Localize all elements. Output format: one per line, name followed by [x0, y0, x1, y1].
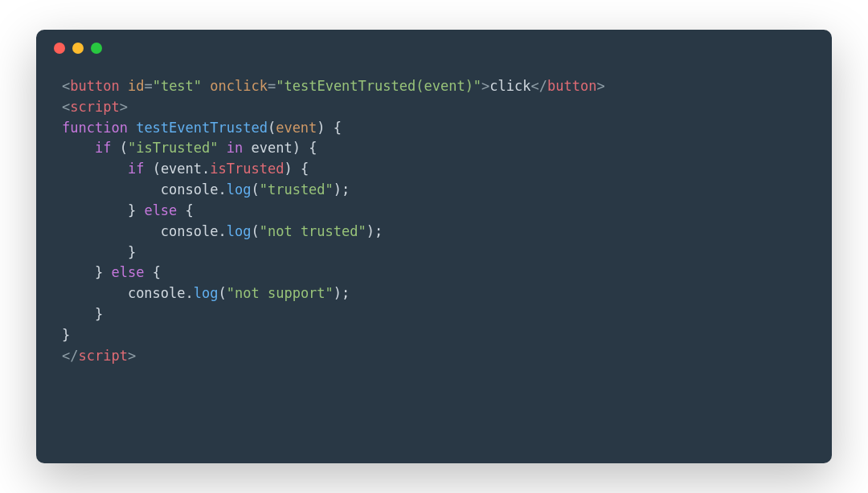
window-titlebar — [36, 30, 832, 67]
code-line-3: function testEventTrusted(event) { — [62, 120, 342, 136]
code-line-6: console.log("trusted"); — [62, 181, 350, 198]
code-line-1: <button id="test" onclick="testEventTrus… — [62, 78, 605, 94]
code-line-5: if (event.isTrusted) { — [62, 161, 309, 177]
code-content[interactable]: <button id="test" onclick="testEventTrus… — [36, 67, 832, 463]
code-window: <button id="test" onclick="testEventTrus… — [36, 30, 832, 463]
code-line-8: console.log("not trusted"); — [62, 223, 383, 239]
code-line-7: } else { — [62, 202, 194, 218]
code-line-10: } else { — [62, 264, 161, 280]
minimize-dot-icon[interactable] — [72, 43, 84, 54]
maximize-dot-icon[interactable] — [91, 43, 102, 54]
code-line-11: console.log("not support"); — [62, 285, 350, 301]
code-line-4: if ("isTrusted" in event) { — [62, 140, 317, 156]
code-line-2: <script> — [62, 99, 128, 115]
code-line-9: } — [62, 244, 136, 260]
close-dot-icon[interactable] — [54, 43, 65, 54]
code-line-12: } — [62, 306, 103, 322]
code-line-14: </script> — [62, 348, 136, 364]
code-line-13: } — [62, 327, 70, 343]
